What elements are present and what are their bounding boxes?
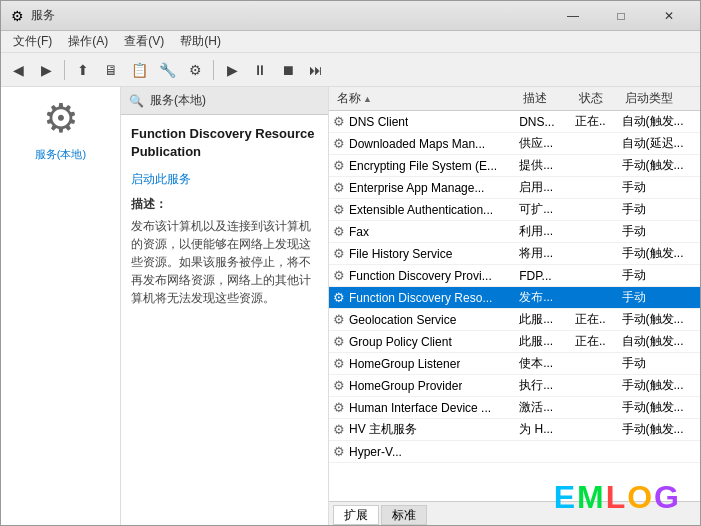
service-desc: 发布... <box>519 289 575 306</box>
table-row[interactable]: ⚙ DNS Client DNS... 正在.. 自动(触发... <box>329 111 700 133</box>
table-row[interactable]: ⚙ HV 主机服务 为 H... 手动(触发... <box>329 419 700 441</box>
title-controls: — □ ✕ <box>550 1 692 31</box>
sort-arrow-name: ▲ <box>363 94 372 104</box>
table-row[interactable]: ⚙ File History Service 将用... 手动(触发... <box>329 243 700 265</box>
col-header-status[interactable]: 状态 <box>575 90 622 107</box>
service-desc: 执行... <box>519 377 575 394</box>
services-list[interactable]: ⚙ DNS Client DNS... 正在.. 自动(触发... ⚙ Down… <box>329 111 700 501</box>
table-row[interactable]: ⚙ Fax 利用... 手动 <box>329 221 700 243</box>
service-icon: ⚙ <box>333 202 345 217</box>
table-row[interactable]: ⚙ Enterprise App Manage... 启用... 手动 <box>329 177 700 199</box>
service-icon: ⚙ <box>333 114 345 129</box>
service-start: 手动 <box>622 179 696 196</box>
play-button[interactable]: ▶ <box>219 57 245 83</box>
main-content: ⚙ 服务(本地) 🔍 服务(本地) Function Discovery Res… <box>1 87 700 525</box>
service-start: 手动(触发... <box>622 399 696 416</box>
app-icon: ⚙ <box>9 8 25 24</box>
service-start: 手动 <box>622 355 696 372</box>
toolbar-btn-3[interactable]: 📋 <box>126 57 152 83</box>
maximize-button[interactable]: □ <box>598 1 644 31</box>
toolbar-btn-5[interactable]: ⚙ <box>182 57 208 83</box>
forward-button[interactable]: ▶ <box>33 57 59 83</box>
service-icon: ⚙ <box>333 158 345 173</box>
table-row[interactable]: ⚙ HomeGroup Listener 使本... 手动 <box>329 353 700 375</box>
left-panel-header: 🔍 服务(本地) <box>121 87 328 115</box>
table-row[interactable]: ⚙ Encrypting File System (E... 提供... 手动(… <box>329 155 700 177</box>
service-desc: 激活... <box>519 399 575 416</box>
pause-button[interactable]: ⏸ <box>247 57 273 83</box>
service-icon: ⚙ <box>333 180 345 195</box>
minimize-button[interactable]: — <box>550 1 596 31</box>
service-desc: FDP... <box>519 269 575 283</box>
table-row[interactable]: ⚙ HomeGroup Provider 执行... 手动(触发... <box>329 375 700 397</box>
main-window: ⚙ 服务 — □ ✕ 文件(F) 操作(A) 查看(V) 帮助(H) ◀ ▶ ⬆… <box>0 0 701 526</box>
column-headers: 名称 ▲ 描述 状态 启动类型 <box>329 87 700 111</box>
toolbar: ◀ ▶ ⬆ 🖥 📋 🔧 ⚙ ▶ ⏸ ⏹ ⏭ <box>1 53 700 87</box>
service-name: Hyper-V... <box>349 445 402 459</box>
table-row[interactable]: ⚙ Group Policy Client 此服... 正在.. 自动(触发..… <box>329 331 700 353</box>
table-row[interactable]: ⚙ Extensible Authentication... 可扩... 手动 <box>329 199 700 221</box>
service-start: 手动(触发... <box>622 377 696 394</box>
table-row[interactable]: ⚙ Hyper-V... <box>329 441 700 463</box>
toolbar-btn-4[interactable]: 🔧 <box>154 57 180 83</box>
close-button[interactable]: ✕ <box>646 1 692 31</box>
right-panel: 名称 ▲ 描述 状态 启动类型 ⚙ DNS Client DNS... 正在 <box>329 87 700 525</box>
service-start: 手动 <box>622 289 696 306</box>
col-header-start[interactable]: 启动类型 <box>621 90 696 107</box>
service-status: 正在.. <box>575 113 622 130</box>
service-icon: ⚙ <box>333 312 345 327</box>
service-start: 自动(触发... <box>622 333 696 350</box>
restart-button[interactable]: ⏭ <box>303 57 329 83</box>
menu-action[interactable]: 操作(A) <box>60 31 116 52</box>
up-button[interactable]: ⬆ <box>70 57 96 83</box>
col-header-name[interactable]: 名称 ▲ <box>333 90 519 107</box>
service-name: Downloaded Maps Man... <box>349 137 485 151</box>
service-desc: 为 H... <box>519 421 575 438</box>
service-start: 手动 <box>622 267 696 284</box>
left-panel: 🔍 服务(本地) Function Discovery Resource Pub… <box>121 87 329 525</box>
service-description: 发布该计算机以及连接到该计算机的资源，以便能够在网络上发现这些资源。如果该服务被… <box>131 217 318 307</box>
service-name: HomeGroup Listener <box>349 357 460 371</box>
left-panel-header-title: 服务(本地) <box>150 92 206 109</box>
show-hide-button[interactable]: 🖥 <box>98 57 124 83</box>
service-start: 手动 <box>622 223 696 240</box>
tab-standard[interactable]: 标准 <box>381 505 427 525</box>
stop-button[interactable]: ⏹ <box>275 57 301 83</box>
service-status: 正在.. <box>575 311 622 328</box>
col-header-desc[interactable]: 描述 <box>519 90 575 107</box>
service-start: 手动 <box>622 201 696 218</box>
service-icon: ⚙ <box>333 444 345 459</box>
service-name: Function Discovery Reso... <box>349 291 492 305</box>
menu-file[interactable]: 文件(F) <box>5 31 60 52</box>
service-desc: 使本... <box>519 355 575 372</box>
service-desc: DNS... <box>519 115 575 129</box>
service-desc: 启用... <box>519 179 575 196</box>
table-row[interactable]: ⚙ Function Discovery Provi... FDP... 手动 <box>329 265 700 287</box>
table-row[interactable]: ⚙ Geolocation Service 此服... 正在.. 手动(触发..… <box>329 309 700 331</box>
service-desc: 供应... <box>519 135 575 152</box>
menu-help[interactable]: 帮助(H) <box>172 31 229 52</box>
service-icon: ⚙ <box>333 400 345 415</box>
service-desc: 利用... <box>519 223 575 240</box>
service-start: 手动(触发... <box>622 311 696 328</box>
selected-service-title: Function Discovery Resource Publication <box>131 125 318 161</box>
bottom-tabs: 扩展 标准 <box>329 501 700 525</box>
service-start: 自动(触发... <box>622 113 696 130</box>
title-bar: ⚙ 服务 — □ ✕ <box>1 1 700 31</box>
service-icon: ⚙ <box>333 224 345 239</box>
table-row[interactable]: ⚙ Function Discovery Reso... 发布... 手动 <box>329 287 700 309</box>
table-row[interactable]: ⚙ Human Interface Device ... 激活... 手动(触发… <box>329 397 700 419</box>
service-start: 手动(触发... <box>622 245 696 262</box>
service-name: HomeGroup Provider <box>349 379 462 393</box>
service-desc: 此服... <box>519 311 575 328</box>
service-icon: ⚙ <box>333 356 345 371</box>
start-service-link[interactable]: 启动此服务 <box>131 171 318 188</box>
table-row[interactable]: ⚙ Downloaded Maps Man... 供应... 自动(延迟... <box>329 133 700 155</box>
menu-view[interactable]: 查看(V) <box>116 31 172 52</box>
service-icon: ⚙ <box>333 290 345 305</box>
service-name: Encrypting File System (E... <box>349 159 497 173</box>
nav-local-label[interactable]: 服务(本地) <box>31 145 90 164</box>
back-button[interactable]: ◀ <box>5 57 31 83</box>
service-desc: 提供... <box>519 157 575 174</box>
tab-extend[interactable]: 扩展 <box>333 505 379 525</box>
